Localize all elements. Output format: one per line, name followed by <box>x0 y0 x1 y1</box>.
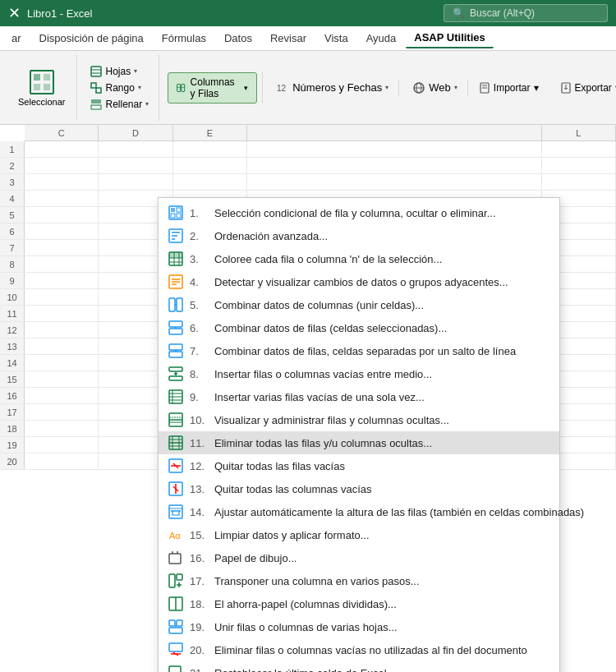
item-num-7: 7. <box>190 345 208 357</box>
importar-label: Importar <box>494 82 531 94</box>
web-button[interactable]: Web ▾ <box>407 80 462 96</box>
menu-datos[interactable]: Datos <box>216 29 260 48</box>
svg-rect-29 <box>171 214 175 218</box>
item-icon-20 <box>168 642 183 657</box>
item-num-1: 1. <box>190 207 208 219</box>
svg-rect-48 <box>169 321 182 327</box>
col-header-d: D <box>99 125 172 140</box>
item-num-18: 18. <box>190 598 208 610</box>
svg-rect-78 <box>169 505 182 518</box>
dropdown-item-16[interactable]: 16. Papel de dibujo... <box>159 546 559 569</box>
item-icon-3 <box>168 251 183 266</box>
columnas-filas-label: Columnas y Filas <box>191 76 240 99</box>
menu-disposicion[interactable]: Disposición de página <box>31 29 152 48</box>
dropdown-item-11[interactable]: 11. Eliminar todas las filas y/u columna… <box>159 431 559 454</box>
dropdown-item-12[interactable]: 12. Quitar todas las filas vacías <box>159 454 559 477</box>
dropdown-item-7[interactable]: 7. Combinar datos de filas, celdas separ… <box>159 339 559 362</box>
item-icon-4 <box>168 274 183 289</box>
importar-button[interactable]: Importar ▾ <box>471 79 546 97</box>
svg-rect-52 <box>169 352 182 357</box>
item-label-19: Unir filas o columnas de varias hojas... <box>214 621 398 633</box>
svg-text:12: 12 <box>277 84 287 93</box>
exportar-icon <box>560 82 572 94</box>
dropdown-item-5[interactable]: 5. Combinar datos de columnas (unir celd… <box>159 293 559 316</box>
ribbon-right: Importar ▾ Exportar ▾ Inicio ▾ <box>471 79 616 97</box>
menu-asap[interactable]: ASAP Utilities <box>406 28 493 48</box>
item-label-4: Detectar y visualizar cambios de datos o… <box>214 276 508 288</box>
excel-icon: ✕ <box>8 4 21 22</box>
menu-formulas[interactable]: Fórmulas <box>154 29 214 48</box>
hojas-button[interactable]: Hojas ▾ <box>85 64 154 79</box>
item-label-11: Eliminar todas las filas y/u columnas oc… <box>214 437 432 449</box>
rango-icon <box>90 82 102 94</box>
dropdown-item-10[interactable]: 10. Visualizar y administrar filas y col… <box>159 408 559 431</box>
dropdown-item-13[interactable]: 13. Quitar todas las columnas vacías <box>159 477 559 500</box>
hojas-arrow: ▾ <box>134 67 137 75</box>
item-num-15: 15. <box>190 529 208 541</box>
columnas-filas-arrow: ▾ <box>244 84 248 92</box>
item-label-3: Coloree cada fila o columna 'n' de la se… <box>214 253 442 265</box>
seleccionar-icon <box>29 69 55 95</box>
item-icon-18 <box>168 596 183 611</box>
menu-vista[interactable]: Vista <box>316 29 356 48</box>
item-label-2: Ordenación avanzada... <box>214 230 328 242</box>
svg-rect-54 <box>169 376 182 380</box>
dropdown-item-20[interactable]: 20. Eliminar filas o columnas vacías no … <box>159 638 559 661</box>
dropdown-item-8[interactable]: 8. Insertar filas o columnas vacías entr… <box>159 362 559 385</box>
dropdown-item-2[interactable]: 2. Ordenación avanzada... <box>159 224 559 247</box>
item-icon-1 <box>168 205 183 220</box>
item-label-20: Eliminar filas o columnas vacías no util… <box>214 644 527 656</box>
menu-ayuda[interactable]: Ayuda <box>358 29 405 48</box>
svg-rect-36 <box>169 252 182 258</box>
svg-rect-12 <box>177 84 181 91</box>
item-num-10: 10. <box>190 414 208 426</box>
item-icon-15: Aα <box>168 527 183 542</box>
ribbon-small-group: Hojas ▾ Rango ▾ Rellenar ▾ <box>80 55 159 121</box>
dropdown-item-14[interactable]: 14. Ajustar automáticamente la altura de… <box>159 500 559 523</box>
svg-rect-27 <box>171 208 175 212</box>
columnas-filas-icon <box>177 81 185 94</box>
exportar-label: Exportar <box>575 82 612 94</box>
item-label-8: Insertar filas o columnas vacías entre m… <box>214 368 432 380</box>
exportar-button[interactable]: Exportar ▾ <box>553 79 617 97</box>
dropdown-item-9[interactable]: 9. Insertar varias filas vacías de una s… <box>159 385 559 408</box>
rango-label: Rango <box>105 82 134 94</box>
rellenar-arrow: ▾ <box>145 100 149 108</box>
rango-button[interactable]: Rango ▾ <box>85 81 154 95</box>
web-icon <box>412 81 425 94</box>
dropdown-item-17[interactable]: 17. Transponer una columna en varios pas… <box>159 569 559 592</box>
rellenar-button[interactable]: Rellenar ▾ <box>85 97 154 112</box>
dropdown-item-15[interactable]: Aα 15. Limpiar datos y aplicar formato..… <box>159 523 559 546</box>
seleccionar-button[interactable]: Seleccionar <box>11 66 71 110</box>
numeros-fechas-button[interactable]: 12 Números y Fechas ▾ <box>271 80 393 96</box>
dropdown-item-6[interactable]: 6. Combinar datos de filas (celdas selec… <box>159 316 559 339</box>
item-icon-6 <box>168 320 183 335</box>
item-num-6: 6. <box>190 322 208 334</box>
svg-rect-28 <box>177 208 181 212</box>
importar-arrow: ▾ <box>534 82 539 94</box>
dropdown-item-19[interactable]: 19. Unir filas o columnas de varias hoja… <box>159 615 559 638</box>
dropdown-item-21[interactable]: 21. Restablecer la última celda de Excel <box>159 661 559 672</box>
columnas-filas-button[interactable]: Columnas y Filas ▾ <box>168 72 257 104</box>
menu-ar[interactable]: ar <box>3 29 30 48</box>
item-num-2: 2. <box>190 230 208 242</box>
item-num-16: 16. <box>190 552 208 564</box>
numeros-fechas-label: Números y Fechas <box>292 81 382 94</box>
svg-rect-96 <box>169 643 182 651</box>
hojas-label: Hojas <box>105 66 131 77</box>
dropdown-item-3[interactable]: 3. Coloree cada fila o columna 'n' de la… <box>159 247 559 270</box>
item-label-14: Ajustar automáticamente la altura de las… <box>214 506 584 518</box>
svg-rect-53 <box>169 367 182 371</box>
col-header-e: E <box>173 125 247 140</box>
menu-revisar[interactable]: Revisar <box>262 29 315 48</box>
title-search[interactable]: 🔍 Buscar (Alt+Q) <box>444 4 608 22</box>
item-num-11: 11. <box>190 437 208 449</box>
item-label-9: Insertar varias filas vacías de una sola… <box>214 391 425 403</box>
dropdown-item-1[interactable]: 1. Selección condicional de fila y colum… <box>159 201 559 224</box>
svg-rect-91 <box>169 620 175 626</box>
svg-rect-30 <box>177 214 181 218</box>
dropdown-item-4[interactable]: 4. Detectar y visualizar cambios de dato… <box>159 270 559 293</box>
col-header-l: L <box>542 125 616 140</box>
dropdown-item-18[interactable]: 18. El ahorra-papel (columnas divididas)… <box>159 592 559 615</box>
item-label-13: Quitar todas las columnas vacías <box>214 483 371 495</box>
